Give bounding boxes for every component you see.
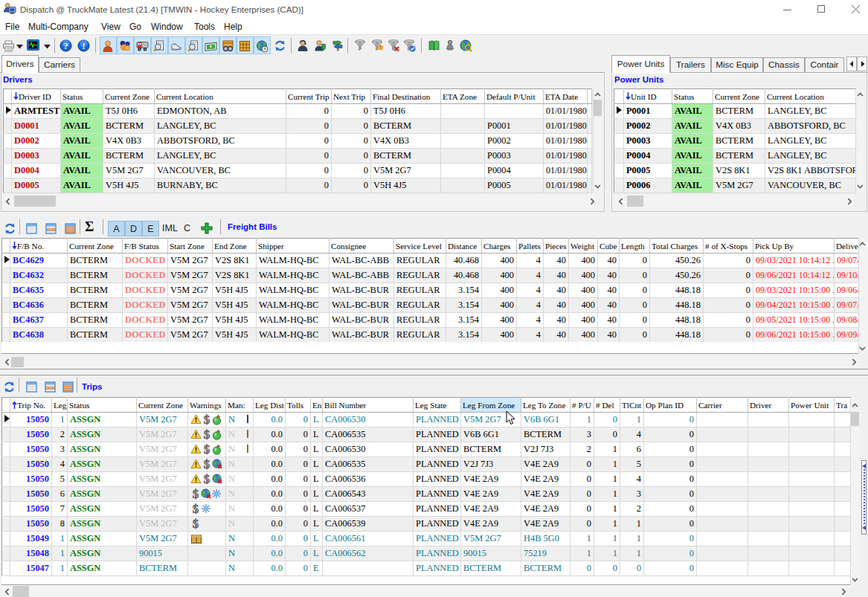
svg-text:$: $ [193, 518, 199, 529]
svg-text:$: $ [193, 488, 199, 500]
svg-text:$: $ [193, 503, 199, 514]
svg-text:$: $ [204, 429, 210, 440]
svg-text:$: $ [204, 474, 210, 485]
svg-text:$: $ [204, 459, 210, 470]
svg-text:$: $ [204, 444, 210, 455]
svg-text:$: $ [204, 414, 210, 425]
svg-text:!: ! [83, 41, 86, 51]
svg-text:?: ? [64, 41, 68, 51]
